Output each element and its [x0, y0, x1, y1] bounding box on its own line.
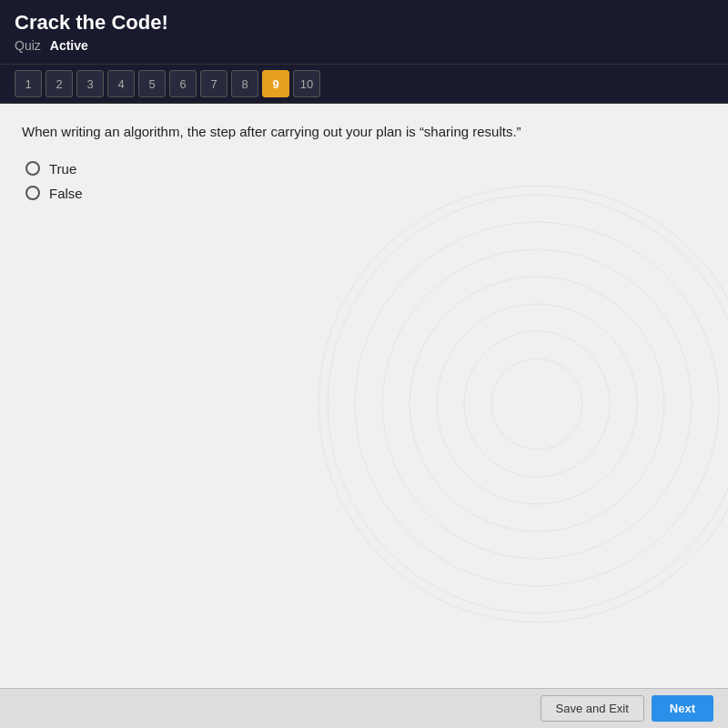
- nav-question-6[interactable]: 6: [169, 70, 197, 97]
- question-navigation: 12345678910: [0, 64, 728, 104]
- nav-question-1[interactable]: 1: [15, 70, 42, 97]
- footer-bar: Save and Exit Next: [0, 688, 728, 728]
- header: Crack the Code! Quiz Active: [0, 0, 728, 64]
- nav-question-9[interactable]: 9: [262, 70, 289, 97]
- breadcrumb: Quiz Active: [15, 38, 713, 53]
- radio-true[interactable]: [25, 161, 40, 176]
- nav-question-5[interactable]: 5: [138, 70, 166, 97]
- option-false-label: False: [49, 186, 83, 201]
- question-area: When writing an algorithm, the step afte…: [0, 104, 728, 688]
- breadcrumb-active: Active: [50, 38, 88, 53]
- question-text: When writing an algorithm, the step afte…: [22, 122, 706, 143]
- main-content: When writing an algorithm, the step afte…: [0, 104, 728, 688]
- nav-question-4[interactable]: 4: [107, 70, 135, 97]
- page-title: Crack the Code!: [15, 11, 713, 35]
- save-exit-button[interactable]: Save and Exit: [541, 695, 644, 722]
- nav-question-3[interactable]: 3: [76, 70, 104, 97]
- radio-false[interactable]: [25, 186, 40, 200]
- breadcrumb-quiz[interactable]: Quiz: [15, 38, 41, 53]
- nav-question-10[interactable]: 10: [293, 70, 320, 97]
- answer-options: True False: [25, 161, 706, 201]
- option-true-label: True: [49, 161, 76, 177]
- nav-question-2[interactable]: 2: [46, 70, 73, 97]
- next-button[interactable]: Next: [652, 695, 713, 722]
- option-true[interactable]: True: [25, 161, 706, 177]
- nav-question-7[interactable]: 7: [200, 70, 228, 97]
- option-false[interactable]: False: [25, 186, 706, 201]
- nav-question-8[interactable]: 8: [231, 70, 258, 97]
